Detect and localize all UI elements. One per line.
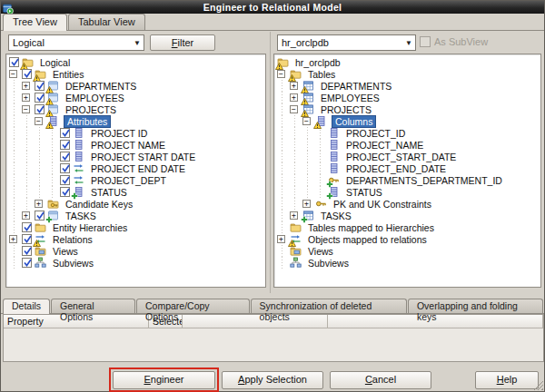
entity-icon	[47, 80, 60, 92]
tab-compare-copy-options[interactable]: Compare/Copy Options	[136, 299, 250, 313]
node-checkbox[interactable]	[60, 140, 70, 150]
engineer-dialog: Engineer to Relational Model Tree ViewTa…	[0, 0, 545, 392]
tree-node-label: Tables	[306, 69, 337, 80]
expand-icon[interactable]: +	[290, 211, 298, 220]
node-checkbox[interactable]	[35, 81, 45, 91]
tree-node-pk-and-uk-constraints[interactable]: +PK and UK Constraints	[274, 198, 540, 210]
tab-general-options[interactable]: General Options	[51, 299, 135, 313]
node-checkbox[interactable]	[60, 128, 70, 138]
node-checkbox[interactable]	[9, 57, 19, 67]
tree-node-logical[interactable]: Logical	[6, 56, 265, 68]
bars-icon	[47, 115, 60, 127]
tree-node-project-end-date[interactable]: PROJECT END DATE	[6, 162, 265, 174]
node-checkbox[interactable]	[60, 175, 70, 185]
expand-icon[interactable]: +	[302, 200, 311, 208]
tree-node-candidate-keys[interactable]: +Candidate Keys	[6, 198, 265, 210]
folderview-icon	[290, 245, 302, 257]
tree-node-label: Views	[306, 246, 335, 257]
tree-node-tasks[interactable]: +TASKS	[274, 210, 540, 221]
node-checkbox[interactable]	[22, 222, 32, 232]
tree-node-status[interactable]: STATUS	[6, 186, 265, 198]
tree-guide	[9, 115, 22, 127]
expand-icon[interactable]: +	[22, 82, 30, 90]
tree-node-hr-orclpdb[interactable]: hr_orclpdb	[274, 56, 540, 68]
column-header-blank-2[interactable]	[183, 315, 328, 328]
tree-node-entity-hierarchies[interactable]: Entity Hierarchies	[6, 221, 265, 233]
tree-node-project-name[interactable]: PROJECT_NAME	[274, 139, 540, 151]
expand-icon[interactable]: +	[9, 235, 17, 243]
as-subview-checkbox[interactable]	[420, 36, 431, 47]
tree-node-relations[interactable]: +Relations	[6, 233, 265, 245]
collapse-icon[interactable]: −	[22, 105, 30, 113]
tree-node-project-dept[interactable]: PROJECT_DEPT	[6, 174, 265, 186]
node-checkbox[interactable]	[35, 93, 45, 103]
title-bar[interactable]: Engineer to Relational Model	[1, 1, 544, 14]
left-model-select[interactable]: Logical ▼	[8, 34, 144, 51]
tab-overlapping-and-folding-keys[interactable]: Overlapping and folding keys	[408, 299, 543, 313]
engineer-button[interactable]: Engineer	[113, 371, 215, 389]
collapse-icon[interactable]: −	[9, 70, 17, 78]
help-button[interactable]: Help	[475, 371, 539, 389]
collapse-icon[interactable]: −	[302, 117, 311, 125]
tree-node-project-start-date[interactable]: PROJECT START DATE	[6, 151, 265, 162]
tab-details[interactable]: Details	[3, 299, 50, 314]
right-model-select[interactable]: hr_orclpdb ▼	[277, 34, 416, 51]
tree-node-views[interactable]: Views	[274, 245, 540, 257]
folder-icon	[22, 56, 35, 68]
tree-node-entities[interactable]: −Entities	[6, 68, 265, 80]
tree-guide	[277, 139, 290, 151]
tree-node-tables-mapped-to-hierarchies[interactable]: Tables mapped to Hierarchies	[274, 221, 540, 233]
relational-model-tree[interactable]: hr_orclpdb−Tables+DEPARTMENTS+EMPLOYEES−…	[273, 54, 541, 288]
tab-tabular-view[interactable]: Tabular View	[68, 14, 145, 30]
tree-node-columns[interactable]: −Columns	[274, 115, 540, 127]
tree-node-projects[interactable]: −PROJECTS	[274, 103, 540, 115]
tree-node-project-name[interactable]: PROJECT NAME	[6, 139, 265, 151]
tree-node-project-start-date[interactable]: PROJECT_START_DATE	[274, 151, 540, 162]
tree-node-tables[interactable]: −Tables	[274, 68, 540, 80]
expand-icon[interactable]: +	[290, 93, 298, 102]
collapse-icon[interactable]: −	[35, 117, 43, 125]
tree-node-subviews[interactable]: Subviews	[274, 257, 540, 269]
filter-button[interactable]: Filter	[150, 34, 215, 51]
expand-icon[interactable]: +	[22, 93, 30, 102]
tree-node-project-end-date[interactable]: PROJECT_END_DATE	[274, 162, 540, 174]
tab-synchronization-of-deleted-objects[interactable]: Synchronization of deleted objects	[251, 299, 407, 313]
tree-node-objects-mapped-to-relations[interactable]: +Objects mapped to relations	[274, 233, 540, 245]
tree-guide	[22, 127, 35, 139]
node-checkbox[interactable]	[35, 211, 45, 220]
expand-icon[interactable]: +	[22, 211, 30, 220]
tree-guide	[9, 174, 22, 186]
node-checkbox[interactable]	[22, 258, 32, 268]
node-checkbox[interactable]	[22, 246, 32, 256]
expand-icon[interactable]: +	[290, 82, 298, 90]
tree-node-views[interactable]: Views	[6, 245, 265, 257]
tree-node-status[interactable]: STATUS	[274, 186, 540, 198]
tree-node-subviews[interactable]: Subviews	[6, 257, 265, 269]
tree-node-departments[interactable]: +DEPARTMENTS	[6, 80, 265, 92]
tree-guide	[277, 186, 290, 198]
logical-model-tree[interactable]: Logical−Entities+DEPARTMENTS+EMPLOYEES−P…	[5, 54, 266, 288]
tree-guide	[277, 103, 290, 115]
cancel-button[interactable]: Cancel	[330, 371, 431, 389]
node-checkbox[interactable]	[60, 152, 70, 162]
node-checkbox[interactable]	[60, 163, 70, 173]
tree-node-departments[interactable]: +DEPARTMENTS	[274, 80, 540, 92]
expand-icon[interactable]: +	[35, 200, 43, 208]
expand-icon[interactable]: +	[277, 235, 285, 243]
tab-tree-view[interactable]: Tree View	[3, 14, 67, 31]
tree-guide	[9, 198, 22, 210]
tree-node-tasks[interactable]: +TASKS	[6, 210, 265, 221]
collapse-icon[interactable]: −	[277, 70, 285, 78]
apply-selection-button[interactable]: Apply Selection	[222, 371, 323, 389]
tree-node-departments-department-id[interactable]: DEPARTMENTS_DEPARTMENT_ID	[274, 174, 540, 186]
tree-guide	[277, 115, 290, 127]
node-checkbox[interactable]	[35, 104, 45, 114]
tree-node-employees[interactable]: +EMPLOYEES	[274, 92, 540, 103]
node-checkbox[interactable]	[60, 187, 70, 197]
node-checkbox[interactable]	[22, 69, 32, 79]
node-checkbox[interactable]	[22, 234, 32, 244]
collapse-icon[interactable]: −	[290, 105, 298, 113]
tree-node-projects[interactable]: −PROJECTS	[6, 103, 265, 115]
tree-node-employees[interactable]: +EMPLOYEES	[6, 92, 265, 103]
entity-icon	[47, 92, 60, 103]
